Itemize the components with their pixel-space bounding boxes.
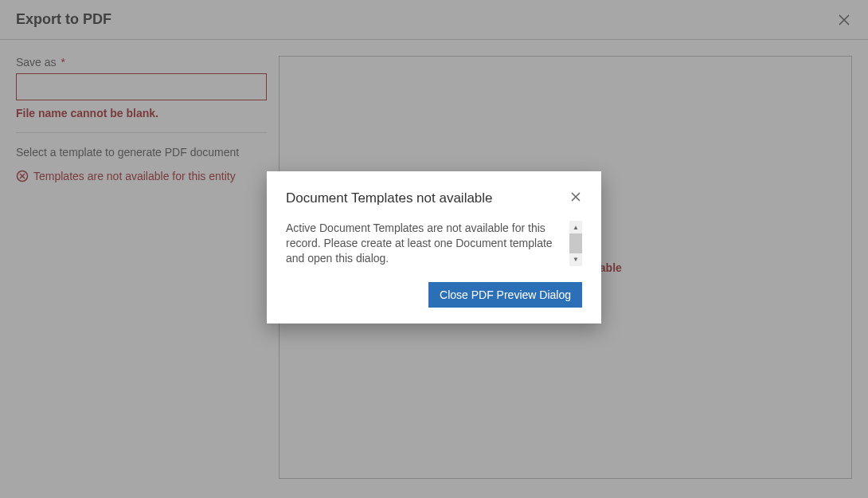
modal-body: Active Document Templates are not availa… xyxy=(286,221,569,266)
modal-scrollbar[interactable]: ▲ ▼ xyxy=(569,221,582,266)
modal-close-icon[interactable] xyxy=(569,190,582,203)
scroll-up-arrow[interactable]: ▲ xyxy=(569,221,582,233)
modal-header: Document Templates not available xyxy=(286,190,582,206)
modal-title: Document Templates not available xyxy=(286,190,493,206)
scroll-thumb[interactable] xyxy=(569,233,582,253)
templates-modal: Document Templates not available Active … xyxy=(267,171,601,324)
scroll-down-arrow[interactable]: ▼ xyxy=(569,253,582,266)
modal-body-wrap: Active Document Templates are not availa… xyxy=(286,221,582,266)
close-pdf-preview-button[interactable]: Close PDF Preview Dialog xyxy=(428,282,582,308)
modal-footer: Close PDF Preview Dialog xyxy=(286,282,582,308)
